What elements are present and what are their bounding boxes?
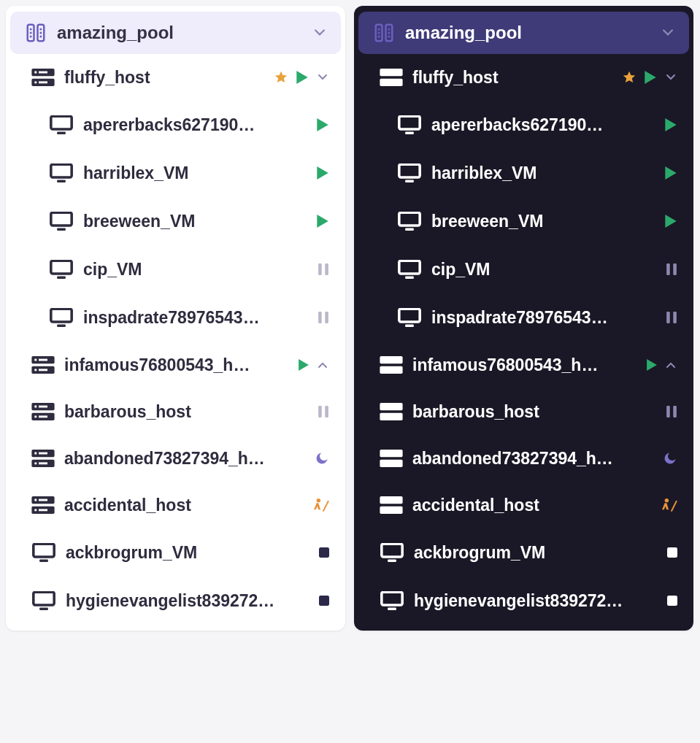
tree-item-vm[interactable]: harriblex_VM [10, 149, 341, 197]
tree-item-vm[interactable]: ackbrogrum_VM [10, 528, 341, 577]
tree-item-host[interactable]: fluffy_host [10, 54, 341, 101]
item-label: accidental_host [412, 496, 653, 515]
star-icon[interactable] [622, 70, 636, 85]
tree-item-vm[interactable]: ackbrogrum_VM [358, 528, 689, 577]
item-label: accidental_host [64, 496, 304, 515]
play-icon[interactable] [664, 166, 677, 180]
monitor-icon [31, 542, 57, 563]
pause-icon[interactable] [318, 406, 329, 417]
item-label: cip_VM [431, 260, 657, 280]
item-label: hygienevangelist839272… [414, 591, 658, 611]
play-icon[interactable] [664, 118, 677, 131]
server-icon [379, 495, 404, 515]
moon-icon[interactable] [663, 451, 677, 466]
tree-item-vm[interactable]: harriblex_VM [358, 149, 689, 197]
pause-icon[interactable] [318, 263, 329, 275]
monitor-icon [396, 307, 423, 328]
stop-icon[interactable] [667, 596, 677, 606]
item-label: fluffy_host [64, 68, 265, 88]
item-label: inspadrate78976543… [431, 308, 657, 328]
tree-item-host[interactable]: abandoned73827394_h… [10, 435, 341, 482]
tree-item-host[interactable]: infamous76800543_h… [358, 342, 689, 388]
tree-item-vm[interactable]: breeween_VM [10, 197, 341, 245]
tree-item-vm[interactable]: cip_VM [358, 245, 689, 293]
server-icon [31, 401, 55, 422]
construction-icon[interactable] [313, 498, 329, 512]
monitor-icon [31, 590, 57, 612]
play-icon[interactable] [316, 118, 329, 131]
server-icon [31, 448, 55, 469]
pool-header[interactable]: amazing_pool [358, 12, 689, 54]
construction-icon[interactable] [661, 498, 677, 512]
monitor-icon [379, 542, 405, 563]
monitor-icon [396, 114, 423, 136]
chevron-down-icon[interactable] [664, 71, 677, 84]
pause-icon[interactable] [318, 312, 329, 323]
tree-item-vm[interactable]: hygienevangelist839272… [10, 577, 341, 625]
play-icon[interactable] [298, 360, 309, 371]
monitor-icon [396, 258, 423, 280]
play-icon[interactable] [296, 71, 309, 84]
stop-icon[interactable] [667, 547, 677, 558]
item-label: infamous76800543_h… [412, 355, 637, 375]
item-label: apererbacks627190… [83, 115, 307, 135]
pause-icon[interactable] [666, 406, 677, 417]
server-icon [31, 67, 55, 88]
item-label: breeween_VM [431, 212, 655, 231]
item-label: cip_VM [83, 260, 309, 280]
item-label: barbarous_host [64, 402, 309, 422]
play-icon[interactable] [646, 360, 657, 371]
tree-item-vm[interactable]: apererbacks627190… [358, 101, 689, 149]
pool-header[interactable]: amazing_pool [10, 12, 341, 54]
item-label: hygienevangelist839272… [66, 591, 310, 611]
play-icon[interactable] [316, 215, 329, 228]
item-label: harriblex_VM [83, 163, 307, 183]
item-label: harriblex_VM [431, 163, 655, 183]
play-icon[interactable] [664, 215, 677, 228]
chevron-down-icon[interactable] [661, 26, 674, 39]
star-icon[interactable] [274, 70, 288, 85]
tree-item-host[interactable]: barbarous_host [10, 388, 341, 435]
server-icon [379, 401, 404, 422]
chevron-up-icon[interactable] [664, 358, 677, 372]
play-icon[interactable] [316, 166, 329, 180]
server-icon [379, 448, 404, 469]
tree-item-vm[interactable]: cip_VM [10, 245, 341, 293]
pause-icon[interactable] [666, 312, 677, 323]
tree-item-host[interactable]: abandoned73827394_h… [358, 435, 689, 482]
pause-icon[interactable] [666, 263, 677, 275]
item-label: breeween_VM [83, 212, 307, 231]
server-icon [379, 355, 404, 375]
item-label: inspadrate78976543… [83, 308, 309, 328]
play-icon[interactable] [644, 71, 657, 84]
tree-item-vm[interactable]: inspadrate78976543… [10, 293, 341, 342]
chevron-down-icon[interactable] [313, 26, 326, 39]
tree-item-host[interactable]: fluffy_host [358, 54, 689, 101]
item-label: barbarous_host [412, 402, 657, 422]
chevron-up-icon[interactable] [316, 358, 329, 372]
stop-icon[interactable] [319, 547, 329, 558]
tree-item-vm[interactable]: apererbacks627190… [10, 101, 341, 149]
tree-item-vm[interactable]: breeween_VM [358, 197, 689, 245]
tree-item-host[interactable]: accidental_host [358, 482, 689, 528]
tree-item-host[interactable]: barbarous_host [358, 388, 689, 435]
tree-item-host[interactable]: accidental_host [10, 482, 341, 528]
monitor-icon [48, 114, 74, 136]
resource-tree-light: amazing_pool fluffy_host apererbacks6271… [6, 6, 345, 631]
item-label: abandoned73827394_h… [64, 449, 306, 469]
tree-item-vm[interactable]: inspadrate78976543… [358, 293, 689, 342]
stop-icon[interactable] [319, 596, 329, 606]
pool-icon [373, 22, 395, 44]
moon-icon[interactable] [315, 451, 329, 466]
item-label: ackbrogrum_VM [414, 543, 658, 563]
chevron-down-icon[interactable] [316, 71, 329, 84]
monitor-icon [396, 210, 423, 232]
monitor-icon [48, 307, 74, 328]
pool-name: amazing_pool [405, 23, 522, 43]
item-label: ackbrogrum_VM [66, 543, 310, 563]
monitor-icon [48, 258, 74, 280]
server-icon [31, 495, 55, 515]
tree-item-host[interactable]: infamous76800543_h… [10, 342, 341, 388]
tree-item-vm[interactable]: hygienevangelist839272… [358, 577, 689, 625]
monitor-icon [396, 162, 423, 184]
